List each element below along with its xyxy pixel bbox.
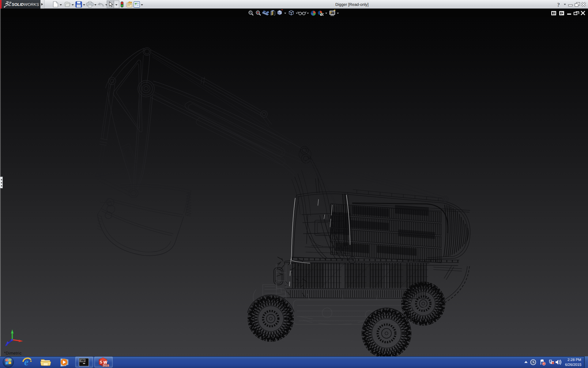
svg-text:e: e xyxy=(24,356,28,367)
svg-text:?: ? xyxy=(557,2,560,8)
svg-text:C:\: C:\ xyxy=(81,359,85,362)
svg-text:2015: 2015 xyxy=(103,364,109,367)
svg-text:S: S xyxy=(100,360,102,364)
